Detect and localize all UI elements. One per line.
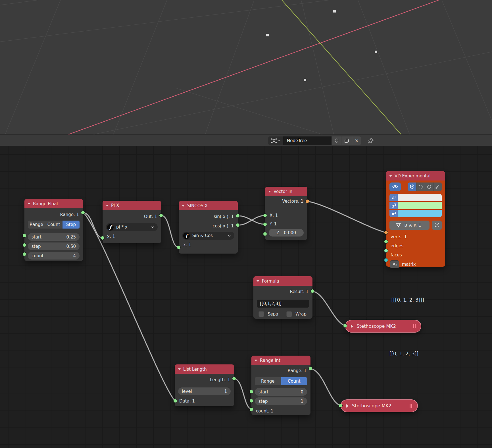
bake-button[interactable]: BAKE (389, 221, 430, 230)
step-field[interactable]: step 0.50 (28, 242, 80, 250)
tab-count[interactable]: Count (45, 221, 62, 229)
socket-pi-x-out[interactable] (159, 213, 163, 217)
node-header[interactable]: VD Experimental (386, 171, 445, 181)
node-header[interactable]: SINCOS X (179, 201, 238, 210)
edge-color-swatch[interactable] (398, 202, 442, 209)
socket-range-int-start[interactable] (249, 390, 253, 394)
socket-list-length-data[interactable] (173, 399, 177, 403)
node-range-float[interactable]: Range Float Range. 1 Range Count Step st… (24, 199, 83, 261)
socket-vector-in-z[interactable] (263, 232, 267, 236)
function-enum-dropdown[interactable]: ƒ Sin & Cos (182, 232, 234, 240)
node-vector-in[interactable]: Vector in Vectors. 1 X. 1 Y. 1 Z 0.000 (265, 187, 307, 240)
tab-range[interactable]: Range (28, 221, 45, 229)
expand-icon[interactable] (351, 325, 353, 328)
edge-select-icon[interactable] (389, 202, 398, 209)
socket-pi-x-in[interactable] (101, 236, 105, 240)
unlink-button[interactable]: × (352, 136, 361, 145)
tab-range[interactable]: Range (255, 377, 281, 385)
start-field[interactable]: start 0 (255, 388, 307, 396)
node-sincos-x[interactable]: SINCOS X sin( x ). 1 cos( x ). 1 ƒ Sin &… (179, 201, 238, 254)
socket-range-int-step[interactable] (249, 399, 253, 403)
socket-sincos-in[interactable] (177, 245, 181, 249)
nodetree-name-field[interactable]: NodeTree (283, 136, 332, 145)
z-value-field[interactable]: Z 0.000 (269, 229, 304, 237)
collapse-icon[interactable] (106, 205, 109, 206)
wrap-checkbox[interactable] (286, 311, 292, 317)
close-icon: × (355, 138, 358, 144)
collapse-icon[interactable] (268, 191, 271, 192)
cube-mode-button[interactable] (408, 182, 416, 191)
collapse-icon[interactable] (182, 205, 185, 207)
collapse-icon[interactable] (257, 280, 259, 282)
socket-stethoscope2-in[interactable] (339, 404, 343, 408)
socket-list-length-out[interactable] (232, 377, 236, 381)
vertex-select-icon[interactable] (389, 194, 398, 201)
node-header[interactable]: Range Float (24, 199, 83, 208)
expression-input[interactable]: [[0,1,2,3]] (257, 300, 309, 308)
node-header[interactable]: Range Int (251, 356, 310, 365)
start-field[interactable]: start 0.25 (28, 233, 80, 241)
node-list-length[interactable]: List Length Length. 1 level 1 Data. 1 (175, 364, 234, 406)
socket-sincos-sin-out[interactable] (236, 214, 240, 218)
node-editor-canvas[interactable]: Range Float Range. 1 Range Count Step st… (0, 146, 492, 448)
socket-range-float-count[interactable] (22, 252, 26, 256)
socket-range-float-start[interactable] (22, 234, 26, 238)
pause-icon (413, 324, 416, 328)
node-range-int[interactable]: Range Int Range. 1 Range Count start 0 s… (251, 356, 310, 415)
socket-vector-in-out[interactable] (305, 199, 309, 203)
dashed-circle-mode-button[interactable] (416, 182, 425, 191)
node-header[interactable]: List Length (175, 364, 234, 374)
node-stethoscope-mk2[interactable]: Stethoscope MK2 (345, 320, 421, 333)
node-vd-experimental[interactable]: VD Experimental (386, 171, 445, 267)
socket-vd-faces[interactable] (384, 249, 388, 253)
fake-user-shield-button[interactable] (332, 136, 341, 145)
socket-vector-in-x[interactable] (263, 213, 267, 217)
nodetree-browse-button[interactable] (268, 136, 283, 145)
socket-vector-in-y[interactable] (263, 222, 267, 226)
socket-formula-out[interactable] (310, 289, 314, 293)
collapse-icon[interactable] (28, 203, 30, 205)
socket-vd-verts[interactable] (384, 231, 388, 235)
socket-sincos-cos-out[interactable] (236, 223, 240, 227)
vertex-color-swatch[interactable] (398, 194, 442, 201)
visibility-toggle-button[interactable] (389, 182, 401, 191)
face-color-swatch[interactable] (398, 210, 442, 217)
pin-button[interactable] (368, 136, 374, 145)
socket-range-int-count[interactable] (249, 407, 253, 411)
node-header[interactable]: Vector in (265, 187, 307, 196)
expand-icon[interactable] (346, 404, 349, 408)
curve-mode-button[interactable] (433, 182, 442, 191)
collapse-icon[interactable] (178, 368, 181, 370)
field-value: 0.000 (284, 230, 296, 235)
socket-range-float-out[interactable] (81, 211, 85, 215)
node-formula[interactable]: Formula Result. 1 [[0,1,2,3]] Sepa Wrap (253, 276, 312, 319)
vertex-dot (304, 79, 306, 81)
node-stethoscope-mk2[interactable]: Stethoscope MK2 (341, 399, 418, 412)
tab-step[interactable]: Step (62, 221, 80, 229)
tab-count[interactable]: Count (281, 377, 307, 385)
socket-vd-matrix[interactable] (384, 258, 388, 262)
collapse-icon[interactable] (389, 175, 392, 177)
input-row: Data. 1 (175, 397, 234, 405)
sepa-checkbox[interactable] (258, 311, 264, 317)
node-pi-x[interactable]: PI X Out. 1 ƒ pi * x x. 1 (103, 201, 161, 243)
socket-vd-edges[interactable] (384, 240, 388, 244)
matrix-socket-button[interactable] (390, 260, 399, 268)
bounds-button[interactable] (432, 221, 442, 230)
node-editor-header: NodeTree × (0, 134, 492, 146)
face-select-icon[interactable] (389, 210, 398, 217)
circle-mode-button[interactable] (425, 182, 433, 191)
formula-enum-dropdown[interactable]: ƒ pi * x (106, 223, 158, 231)
socket-stethoscope1-in[interactable] (343, 324, 347, 328)
step-field[interactable]: step 1 (255, 397, 307, 405)
level-field[interactable]: level 1 (178, 387, 231, 395)
socket-range-float-step[interactable] (22, 243, 26, 247)
node-header[interactable]: PI X (103, 201, 161, 210)
3d-viewport[interactable] (0, 0, 492, 134)
socket-range-int-out[interactable] (308, 367, 312, 371)
count-field[interactable]: count 4 (28, 252, 80, 260)
wrap-option: Wrap (285, 310, 312, 318)
collapse-icon[interactable] (255, 360, 257, 361)
node-header[interactable]: Formula (253, 276, 312, 286)
new-copy-button[interactable] (341, 136, 352, 145)
